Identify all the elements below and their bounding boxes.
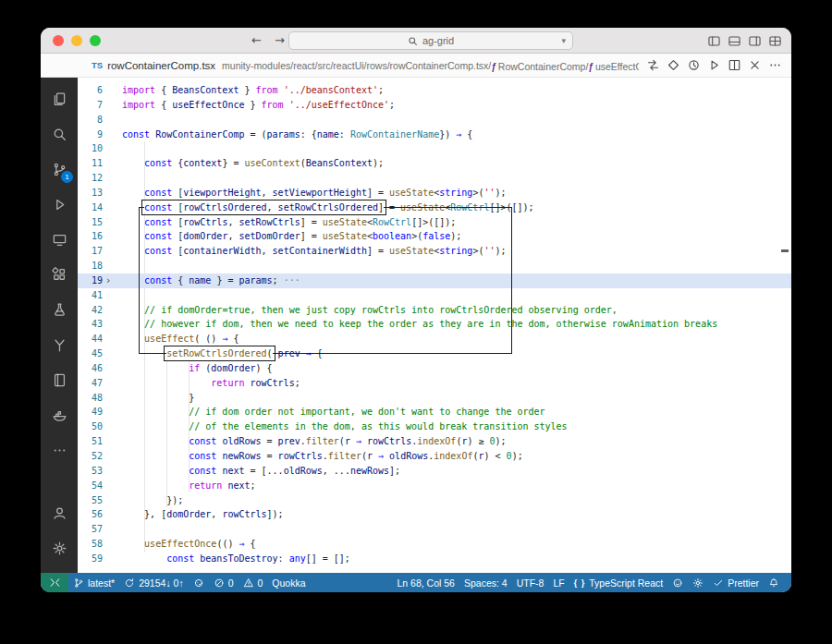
code-line[interactable]: 47 return rowCtrls; bbox=[78, 376, 791, 391]
nav-forward-button[interactable]: → bbox=[275, 33, 285, 47]
more-actions-icon[interactable] bbox=[768, 58, 782, 72]
nav-back-button[interactable]: ← bbox=[251, 33, 262, 47]
breadcrumb[interactable]: munity-modules/react/src/reactUi/rows/ro… bbox=[222, 60, 491, 71]
line-number[interactable]: 18 bbox=[78, 259, 103, 273]
eol-status[interactable]: LF bbox=[548, 573, 569, 592]
code-line[interactable]: 8 bbox=[78, 113, 791, 128]
chevron-down-icon[interactable]: ▾ bbox=[561, 36, 566, 45]
code-line[interactable]: 53 const next = [...oldRows, ...newRows]… bbox=[78, 464, 791, 479]
line-number[interactable]: 47 bbox=[78, 376, 103, 391]
quokka-status-icon[interactable] bbox=[189, 573, 209, 592]
code-line[interactable]: 10 bbox=[78, 141, 791, 156]
code-line[interactable]: 19› const { name } = params; ··· bbox=[78, 273, 791, 288]
scrollbar-marker[interactable] bbox=[781, 249, 789, 252]
line-number[interactable]: 16 bbox=[78, 229, 103, 244]
customize-layout-icon[interactable] bbox=[768, 34, 782, 48]
line-number[interactable]: 17 bbox=[78, 244, 103, 259]
prettier-status[interactable]: Prettier bbox=[708, 573, 764, 592]
line-number[interactable]: 7 bbox=[78, 98, 103, 113]
code-line[interactable]: 6import { BeansContext } from '../beansC… bbox=[78, 83, 791, 98]
remote-explorer-icon[interactable] bbox=[41, 222, 78, 257]
testing-icon[interactable] bbox=[41, 292, 78, 327]
layout-sidebar-right-icon[interactable] bbox=[748, 34, 762, 48]
source-control-icon[interactable]: 1 bbox=[41, 152, 78, 187]
settings-sync-status[interactable] bbox=[688, 573, 708, 592]
code-line[interactable]: 55 }); bbox=[78, 493, 791, 508]
compare-changes-icon[interactable] bbox=[646, 58, 660, 72]
minimize-window-button[interactable] bbox=[71, 35, 82, 46]
code-line[interactable]: 51 const oldRows = prev.filter(r ⇒ rowCt… bbox=[78, 434, 791, 449]
code-line[interactable]: 50 // of the elements in the dom, as thi… bbox=[78, 419, 791, 434]
line-number[interactable]: 51 bbox=[78, 434, 103, 449]
line-number[interactable]: 55 bbox=[78, 493, 103, 508]
fold-chevron-icon[interactable]: › bbox=[106, 273, 110, 288]
code-line[interactable]: 59 const beansToDestroy: any[] = []; bbox=[78, 552, 791, 566]
command-center[interactable]: ag-grid ▾ bbox=[288, 31, 573, 50]
problems-warnings[interactable]: 0 bbox=[239, 573, 268, 592]
code-line[interactable]: 13 const [viewportHeight, setViewportHei… bbox=[78, 186, 791, 200]
code-line[interactable]: 9const RowContainerComp = (params: {name… bbox=[78, 128, 791, 142]
line-number[interactable]: 9 bbox=[78, 128, 103, 142]
code-line[interactable]: 44 useEffect( () ⇒ { bbox=[78, 332, 791, 346]
line-number[interactable]: 41 bbox=[78, 288, 103, 303]
code-line[interactable]: 18 bbox=[78, 259, 791, 273]
line-number[interactable]: 57 bbox=[78, 522, 103, 537]
merge-icon[interactable] bbox=[41, 327, 78, 362]
code-line[interactable]: 42 // if domOrder=true, then we just cop… bbox=[78, 303, 791, 318]
line-number[interactable]: 44 bbox=[78, 332, 103, 346]
code-line[interactable]: 17 const [containerWidth, setContainerWi… bbox=[78, 244, 791, 259]
code-line[interactable]: 46 if (domOrder) { bbox=[78, 361, 791, 376]
language-mode[interactable]: { }TypeScript React bbox=[569, 573, 667, 592]
line-number[interactable]: 56 bbox=[78, 507, 103, 522]
encoding-status[interactable]: UTF-8 bbox=[512, 573, 549, 592]
docker-icon[interactable] bbox=[41, 397, 78, 432]
line-number[interactable]: 6 bbox=[78, 83, 103, 98]
notifications-bell[interactable] bbox=[764, 573, 784, 592]
line-number[interactable]: 15 bbox=[78, 215, 103, 230]
gitlens-icon[interactable] bbox=[667, 58, 680, 72]
run-code-icon[interactable] bbox=[707, 58, 721, 72]
code-line[interactable]: 7import { useEffectOnce } from '../useEf… bbox=[78, 98, 791, 113]
line-number[interactable]: 58 bbox=[78, 537, 103, 552]
code-line[interactable]: 41 bbox=[78, 288, 791, 303]
line-number[interactable]: 43 bbox=[78, 317, 103, 332]
layout-panel-icon[interactable] bbox=[728, 34, 741, 48]
line-number[interactable]: 52 bbox=[78, 449, 103, 464]
indentation-status[interactable]: Spaces: 4 bbox=[459, 573, 512, 592]
line-number[interactable]: 19 bbox=[78, 273, 103, 288]
zoom-window-button[interactable] bbox=[90, 35, 101, 46]
line-number[interactable]: 49 bbox=[78, 405, 103, 419]
line-number[interactable]: 12 bbox=[78, 171, 103, 186]
search-icon[interactable] bbox=[41, 116, 78, 152]
code-line[interactable]: 49 // if dom order not important, we don… bbox=[78, 405, 791, 419]
code-line[interactable]: 12 bbox=[78, 171, 791, 186]
git-branch-status[interactable]: latest* bbox=[68, 573, 119, 592]
close-window-button[interactable] bbox=[53, 35, 64, 46]
close-editor-icon[interactable] bbox=[748, 58, 762, 72]
line-number[interactable]: 48 bbox=[78, 391, 103, 406]
line-number[interactable]: 53 bbox=[78, 464, 103, 479]
line-number[interactable]: 45 bbox=[78, 346, 103, 361]
code-line[interactable]: 11 const {context} = useContext(BeansCon… bbox=[78, 156, 791, 171]
notebook-icon[interactable] bbox=[41, 362, 78, 397]
quokka-status[interactable]: Quokka bbox=[267, 573, 310, 592]
code-line[interactable]: 48 } bbox=[78, 391, 791, 406]
line-number[interactable]: 50 bbox=[78, 419, 103, 434]
line-number[interactable]: 14 bbox=[78, 200, 103, 215]
line-number[interactable]: 42 bbox=[78, 303, 103, 318]
line-number[interactable]: 13 bbox=[78, 186, 103, 200]
run-debug-icon[interactable] bbox=[41, 187, 78, 222]
breadcrumb-symbol[interactable]: ƒRowContainerComp bbox=[491, 61, 585, 72]
feedback-smiley[interactable] bbox=[667, 573, 688, 592]
problems-errors[interactable]: 0 bbox=[209, 573, 239, 592]
code-line[interactable]: 45 setRowCtrlsOrdered( prev ⇒ { bbox=[78, 346, 791, 361]
git-sync-status[interactable]: 29154↓ 0↑ bbox=[119, 573, 188, 592]
code-line[interactable]: 52 const newRows = rowCtrls.filter(r ⇒ o… bbox=[78, 449, 791, 464]
titlebar[interactable]: ← → ag-grid ▾ bbox=[41, 28, 791, 54]
line-number[interactable]: 10 bbox=[78, 141, 103, 156]
code-line[interactable]: 16 const [domOrder, setDomOrder] = useSt… bbox=[78, 229, 791, 244]
line-number[interactable]: 46 bbox=[78, 361, 103, 376]
line-number[interactable]: 59 bbox=[78, 552, 103, 566]
more-icon[interactable] bbox=[41, 432, 78, 468]
code-line[interactable]: 54 return next; bbox=[78, 479, 791, 493]
